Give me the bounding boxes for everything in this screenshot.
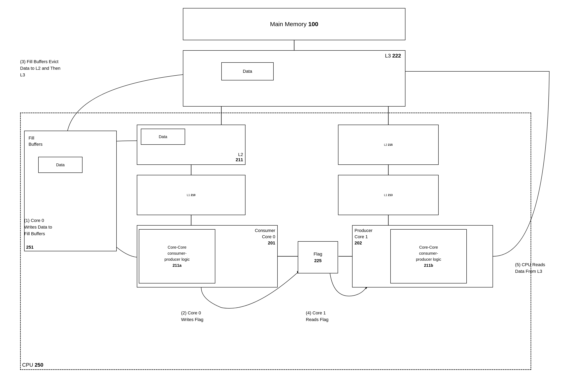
consumer-core-label: ConsumerCore 0201	[255, 227, 275, 246]
fill-buffers-title: FillBuffers	[29, 135, 43, 148]
producer-core-label: ProducerCore 1202	[354, 227, 372, 246]
main-memory-box: Main Memory 100	[183, 8, 406, 40]
l2-215-box: L2 215	[338, 125, 439, 165]
l2-211-data-box: Data	[141, 129, 185, 145]
l3-data-box: Data	[221, 62, 274, 80]
l2-215-label: L2 215	[384, 143, 393, 146]
l2-211-box-label: L2211	[236, 152, 243, 162]
l3-data-label: Data	[243, 69, 252, 74]
l1-210-box: L1 210	[137, 175, 246, 215]
annotation-4: (4) Core 1Reads Flag	[306, 309, 329, 323]
cpu-label: CPU 250	[22, 362, 44, 368]
fill-buffers-data-box: Data	[38, 157, 83, 173]
cc-logic-211a-box: Core-Coreconsumer-producer logic211a	[139, 229, 215, 283]
flag-label: Flag225	[314, 251, 322, 264]
l3-box: L3 222	[183, 50, 406, 107]
l3-label: L3 222	[385, 53, 401, 59]
l2-211-data-label: Data	[159, 135, 167, 139]
cc-logic-211b-label: Core-Coreconsumer-producer logic211b	[416, 244, 441, 268]
l1-210-label: L1 210	[187, 193, 196, 196]
l1-213-box: L1 213	[338, 175, 439, 215]
fill-buffers-data-label: Data	[56, 163, 65, 167]
cc-logic-211a-label: Core-Coreconsumer-producer logic211a	[164, 244, 190, 268]
fill-buffers-number-label: 251	[26, 244, 34, 251]
l1-213-label: L1 213	[384, 193, 393, 196]
annotation-3: (3) Fill Buffers EvictData to L2 and The…	[20, 58, 60, 78]
flag-box: Flag225	[298, 241, 338, 273]
diagram: Main Memory 100 L3 222 Data FillBuffers …	[0, 0, 567, 392]
cc-logic-211b-box: Core-Coreconsumer-producer logic211b	[390, 229, 467, 283]
annotation-5: (5) CPU ReadsData From L3	[515, 261, 545, 275]
annotation-1: (1) Core 0Writes Data toFill Buffers	[24, 217, 52, 237]
annotation-2: (2) Core 0Writes Flag	[181, 309, 204, 323]
main-memory-label: Main Memory 100	[270, 21, 318, 28]
